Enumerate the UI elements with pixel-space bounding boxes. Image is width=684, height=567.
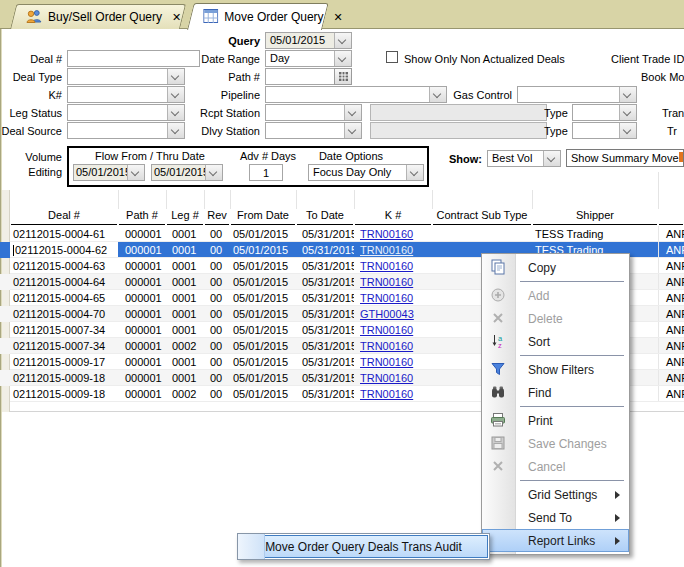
table-cell[interactable]: 02112015-0007-34 <box>10 338 118 354</box>
table-cell[interactable]: 0001 <box>166 322 204 338</box>
k-number-link[interactable]: TRN00160 <box>360 292 413 304</box>
table-cell[interactable]: TESS Trading <box>532 226 658 242</box>
table-cell[interactable]: 00 <box>204 370 230 386</box>
table-cell[interactable]: TRN00160 <box>354 274 432 290</box>
path-number-input[interactable] <box>265 68 335 85</box>
table-cell[interactable]: ANR <box>658 226 684 242</box>
table-cell[interactable]: 0002 <box>166 386 204 402</box>
k-number-link[interactable]: TRN00160 <box>360 356 413 368</box>
deal-type-combo[interactable] <box>67 68 185 85</box>
table-cell[interactable]: 000001 <box>118 354 166 370</box>
table-cell[interactable]: 05/01/2015 <box>230 306 296 322</box>
k-number-link[interactable]: TRN00160 <box>360 372 413 384</box>
close-icon[interactable]: ✕ <box>172 11 181 24</box>
table-cell[interactable]: 00 <box>204 306 230 322</box>
k-number-link[interactable]: TRN00160 <box>360 276 413 288</box>
table-cell[interactable]: 02112015-0004-64 <box>10 274 118 290</box>
chevron-down-icon[interactable] <box>334 51 351 66</box>
table-cell[interactable]: TRN00160 <box>354 242 432 258</box>
column-header[interactable]: From Date <box>231 209 295 225</box>
table-cell[interactable]: TRN00160 <box>354 370 432 386</box>
table-cell[interactable]: 000001 <box>118 306 166 322</box>
table-cell[interactable]: 05/31/2015 <box>296 242 354 258</box>
table-cell[interactable]: 02112015-0004-70 <box>10 306 118 322</box>
column-header[interactable]: To Date <box>297 209 353 225</box>
menu-item-print[interactable]: Print <box>482 409 629 432</box>
table-cell[interactable]: 05/31/2015 <box>296 306 354 322</box>
k-number-combo[interactable] <box>67 86 185 103</box>
table-cell[interactable]: 00 <box>204 290 230 306</box>
chevron-down-icon[interactable] <box>619 105 636 120</box>
table-cell[interactable]: 05/31/2015 <box>296 386 354 402</box>
table-cell[interactable]: ANR <box>658 258 684 274</box>
table-cell[interactable]: 05/31/2015 <box>296 226 354 242</box>
menu-item-show-filters[interactable]: Show Filters <box>482 358 629 381</box>
table-cell[interactable]: ANR <box>658 322 684 338</box>
tab-move-order-query[interactable]: Move Order Query ✕ <box>187 3 329 30</box>
table-cell[interactable]: 0001 <box>166 258 204 274</box>
table-cell[interactable]: 05/01/2015 <box>230 386 296 402</box>
menu-item-sort[interactable]: azSort <box>482 330 629 353</box>
column-header[interactable]: Rev <box>205 209 229 225</box>
chevron-down-icon[interactable] <box>619 123 636 138</box>
table-cell[interactable]: 000001 <box>118 242 166 258</box>
table-cell[interactable]: 000001 <box>118 386 166 402</box>
table-cell[interactable]: 0001 <box>166 370 204 386</box>
chevron-down-icon[interactable] <box>406 165 423 180</box>
table-cell[interactable]: ANR <box>658 370 684 386</box>
column-header[interactable]: Leg # <box>167 209 203 225</box>
column-header[interactable]: Contract Sub Type <box>433 209 531 225</box>
table-cell[interactable]: 05/01/2015 <box>230 290 296 306</box>
pipeline-combo[interactable] <box>265 86 447 103</box>
chevron-down-icon[interactable] <box>619 87 636 102</box>
table-cell[interactable]: 000001 <box>118 322 166 338</box>
chevron-down-icon[interactable] <box>127 165 144 180</box>
chevron-down-icon[interactable] <box>344 105 361 120</box>
table-cell[interactable]: 0002 <box>166 338 204 354</box>
table-cell[interactable]: 05/01/2015 <box>230 338 296 354</box>
menu-item-find[interactable]: Find <box>482 381 629 404</box>
column-header[interactable]: K # <box>355 209 431 225</box>
table-cell[interactable]: ANR <box>658 386 684 402</box>
dlvy-station-combo[interactable] <box>265 122 362 139</box>
close-icon[interactable]: ✕ <box>334 11 343 24</box>
chevron-down-icon[interactable] <box>543 151 560 166</box>
table-cell[interactable]: 00 <box>204 274 230 290</box>
table-cell[interactable]: 0001 <box>166 354 204 370</box>
table-cell[interactable]: 000001 <box>118 274 166 290</box>
table-cell[interactable]: 0001 <box>166 306 204 322</box>
table-cell[interactable]: ANR <box>658 242 684 258</box>
table-cell[interactable]: 05/31/2015 <box>296 290 354 306</box>
table-cell[interactable]: 00 <box>204 338 230 354</box>
menu-item-copy[interactable]: Copy <box>482 256 629 279</box>
dlvy-type-combo[interactable] <box>572 122 637 139</box>
table-cell[interactable] <box>432 226 532 242</box>
table-cell[interactable]: 05/31/2015 <box>296 354 354 370</box>
path-browse-button[interactable] <box>334 68 352 85</box>
table-cell[interactable]: 000001 <box>118 290 166 306</box>
table-cell[interactable]: 00 <box>204 322 230 338</box>
table-cell[interactable]: 000001 <box>118 258 166 274</box>
query-combo[interactable]: 05/01/2015 <box>265 32 352 49</box>
table-cell[interactable]: 000001 <box>118 226 166 242</box>
menu-item-move-order-query-deals-trans-audit[interactable]: Move Order Query Deals Trans Audit <box>239 535 488 558</box>
table-cell[interactable]: 05/31/2015 <box>296 274 354 290</box>
k-number-link[interactable]: TRN00160 <box>360 388 413 400</box>
chevron-down-icon[interactable] <box>429 87 446 102</box>
table-cell[interactable]: 02112015-0007-34 <box>10 322 118 338</box>
table-cell[interactable]: 0001 <box>166 274 204 290</box>
table-cell[interactable]: 00 <box>204 226 230 242</box>
k-number-link[interactable]: TRN00160 <box>360 260 413 272</box>
adv-days-input[interactable] <box>249 164 283 181</box>
table-cell[interactable]: 00 <box>204 354 230 370</box>
table-cell[interactable]: 05/31/2015 <box>296 338 354 354</box>
deal-source-combo[interactable] <box>67 122 185 139</box>
menu-item-report-links[interactable]: Report Links <box>482 529 629 552</box>
table-cell[interactable]: 05/31/2015 <box>296 370 354 386</box>
date-range-combo[interactable]: Day <box>265 50 352 67</box>
chevron-down-icon[interactable] <box>334 33 351 48</box>
flow-from-date-combo[interactable]: 05/01/2015 <box>73 164 145 181</box>
table-cell[interactable]: 02112015-0009-17 <box>10 354 118 370</box>
table-cell[interactable]: 05/01/2015 <box>230 258 296 274</box>
k-number-link[interactable]: TRN00160 <box>360 244 413 256</box>
